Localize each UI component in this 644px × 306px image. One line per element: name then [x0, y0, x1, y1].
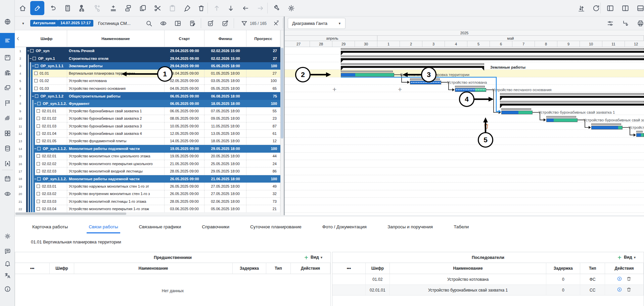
paste-button[interactable] [165, 1, 179, 15]
edit-pencil-button[interactable] [30, 1, 44, 15]
table-row[interactable]: 1302.01.05Устройство фундаментной плиты1… [15, 138, 280, 145]
table-row[interactable]: 18−OP_syn.1.1.2.3Монолитные работы надзе… [15, 175, 280, 183]
sidebar-item-hatch-lines[interactable] [0, 112, 15, 124]
column-header[interactable]: Финиш [204, 30, 246, 47]
add-link-handle[interactable]: + [398, 87, 402, 92]
sync-rows-button[interactable] [574, 1, 588, 15]
gantt-task-bar[interactable] [591, 126, 623, 129]
panel-splitter[interactable] [284, 16, 285, 215]
table-row[interactable]: 902.01.01Устройство буронабивных свай за… [15, 107, 280, 115]
tab-Связанные графики[interactable]: Связанные графики [137, 220, 183, 233]
gantt-task-bar[interactable] [501, 111, 533, 114]
row-checkbox[interactable] [35, 94, 38, 98]
sidebar-item-info[interactable] [0, 282, 15, 295]
tab-Суточное планирование[interactable]: Суточное планирование [248, 220, 304, 233]
row-checkbox[interactable] [37, 200, 40, 203]
row-checkbox[interactable] [37, 207, 40, 211]
gantt-summary-bar[interactable] [341, 58, 644, 60]
table-row[interactable]: 501.02Устройство котлована02.05.2025 09:… [15, 77, 280, 85]
gantt-task-bar[interactable] [636, 133, 644, 137]
table-row[interactable]: 1902.03.01Устройство наружных монолитных… [15, 183, 280, 190]
format-brush-button[interactable] [180, 1, 194, 15]
view-dropdown[interactable]: Вид ▼ [624, 255, 636, 260]
gear-button[interactable] [284, 1, 298, 15]
row-checkbox[interactable] [37, 185, 40, 188]
sidebar-item-chart-bars[interactable] [0, 66, 15, 79]
table-row[interactable]: 2102.03.03Устройство монолитной лестницы… [15, 198, 280, 205]
cut-scissors-button[interactable] [150, 1, 165, 15]
wrench-button[interactable] [269, 1, 283, 15]
horizontal-scrollbar[interactable] [15, 212, 280, 215]
column-header[interactable]: Наименование [67, 30, 165, 47]
table-row[interactable]: 8−OP_syn.1.1.2.1Фундамент06.05.2025 09:0… [15, 100, 280, 107]
calculator-button[interactable] [60, 1, 75, 15]
row-checkbox[interactable] [30, 49, 34, 52]
link-row[interactable]: 01.02 Устройство котлована 0 ФС [332, 274, 644, 285]
arrow-left-button[interactable] [238, 1, 252, 15]
tree-add-button[interactable] [75, 1, 89, 15]
filter-button[interactable] [238, 18, 250, 29]
table-row[interactable]: 2202.03.04Устройство монолитного перекры… [15, 205, 280, 213]
table-row[interactable]: 1202.01.04Устройство буронабивных свай з… [15, 130, 280, 137]
row-checkbox[interactable] [37, 147, 41, 150]
row-checkbox[interactable] [37, 124, 40, 128]
view-dropdown[interactable]: Вид ▼ [311, 255, 323, 260]
gantt-summary-bar[interactable] [341, 66, 484, 68]
tab-Фото / Документация[interactable]: Фото / Документация [320, 220, 369, 233]
tab-Связи работы[interactable]: Связи работы [87, 220, 120, 233]
column-header[interactable]: Старт [165, 30, 204, 47]
check-no-button[interactable] [219, 18, 231, 29]
row-checkbox[interactable] [34, 79, 38, 82]
table-row[interactable]: 1702.02.03Устройство монолитной входной … [15, 167, 280, 175]
delete-link-icon[interactable] [483, 123, 489, 130]
table-row[interactable]: 1002.01.02Устройство буронабивных свай з… [15, 115, 280, 122]
row-checkbox[interactable] [37, 139, 40, 143]
gantt-summary-bar[interactable] [341, 51, 644, 53]
sidebar-item-text-brackets[interactable] [0, 157, 15, 170]
sidebar-item-database[interactable] [0, 142, 15, 155]
globe-icon[interactable] [0, 15, 15, 28]
gantt-task-bar[interactable] [546, 118, 578, 122]
gantt-task-bar[interactable] [410, 81, 441, 84]
open-link-icon[interactable] [617, 287, 622, 293]
search-button[interactable] [143, 18, 154, 29]
row-checkbox[interactable] [33, 57, 36, 60]
arrow-up-button[interactable] [210, 1, 224, 15]
sidebar-item-bell[interactable] [0, 257, 15, 270]
version-dropdown-caret[interactable]: ▼ [17, 18, 29, 29]
sidebar-item-calendar[interactable] [0, 172, 15, 185]
gantt-task-bar[interactable] [341, 73, 394, 77]
row-checkbox[interactable] [37, 132, 40, 135]
row-checkbox[interactable] [35, 64, 38, 68]
row-checkbox[interactable] [37, 162, 40, 165]
tab-Карточка работы[interactable]: Карточка работы [30, 220, 70, 233]
table-row[interactable]: 3−OP_syn.1.1.1Земляные работы29.04.2025 … [15, 62, 280, 70]
duplicate-button[interactable] [121, 1, 135, 15]
filter-clear-button[interactable] [270, 18, 281, 29]
table-row[interactable]: 1502.02.01Устройство монолитных стен цок… [15, 153, 280, 160]
printer-button[interactable] [635, 18, 644, 29]
layout-columns-button[interactable] [172, 18, 183, 29]
sidebar-item-translate[interactable] [0, 269, 15, 282]
collapse-table-button[interactable] [15, 35, 21, 42]
check-yes-button[interactable] [205, 18, 216, 29]
copy-button[interactable] [136, 1, 150, 15]
sidebar-item-kanban-board[interactable] [0, 51, 15, 64]
layout-split-button[interactable] [618, 1, 632, 15]
add-link-button[interactable]: + [617, 254, 622, 262]
gantt-task-bar[interactable] [455, 88, 486, 92]
tab-Табели[interactable]: Табели [452, 220, 471, 233]
version-badge[interactable]: Актуальная [30, 20, 58, 27]
row-checkbox[interactable] [37, 117, 40, 120]
tab-Справочники[interactable]: Справочники [200, 220, 231, 233]
delete-row-icon[interactable] [626, 287, 632, 293]
sliders-button[interactable] [604, 18, 616, 29]
delete-row-icon[interactable] [626, 276, 632, 282]
layout-left-panel-button[interactable] [603, 1, 617, 15]
row-checkbox[interactable] [37, 109, 40, 113]
refresh-button[interactable] [589, 1, 603, 15]
column-header[interactable]: Прогресс [246, 30, 280, 47]
arrow-down-button[interactable] [224, 1, 238, 15]
gantt-body[interactable]: Земляные работыВертикальная планировка т… [285, 47, 644, 215]
column-header[interactable]: Шифр [26, 30, 67, 47]
